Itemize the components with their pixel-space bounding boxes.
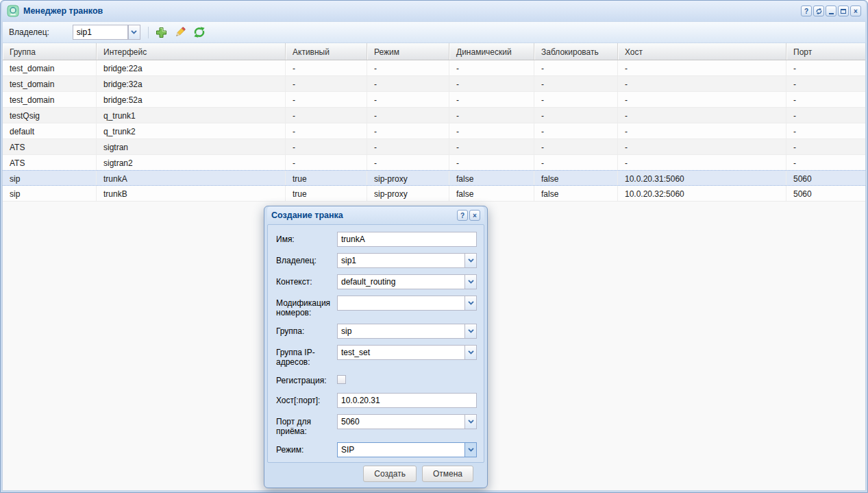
help-tool-button[interactable]: ?	[801, 5, 812, 16]
owner-combobox-trigger[interactable]	[128, 25, 140, 40]
chevron-down-icon	[468, 258, 474, 263]
create-button[interactable]: Создать	[363, 466, 417, 482]
group-trigger[interactable]	[464, 324, 477, 339]
dialog-help-tool-button[interactable]: ?	[457, 210, 468, 221]
table-cell: -	[286, 108, 367, 123]
context-input[interactable]	[337, 274, 464, 289]
window-title: Менеджер транков	[23, 6, 103, 16]
maximize-icon	[841, 9, 846, 14]
listen-port-field-wrap	[337, 414, 477, 436]
context-row: Контекст:	[276, 274, 477, 289]
table-cell: -	[286, 139, 367, 154]
table-cell: q_trunk1	[97, 108, 286, 123]
listen-port-combobox	[337, 414, 477, 429]
column-header[interactable]: Хост	[618, 43, 786, 60]
table-row[interactable]: testQsigq_trunk1------	[3, 108, 865, 123]
table-cell: -	[534, 76, 618, 91]
name-input[interactable]	[337, 232, 477, 247]
ip-group-input[interactable]	[337, 345, 464, 360]
pencil-icon	[174, 26, 186, 38]
table-row[interactable]: ATSsigtran------	[3, 139, 865, 155]
help-icon: ?	[460, 211, 464, 220]
table-cell: -	[618, 76, 786, 91]
table-row[interactable]: ATSsigtran2------	[3, 155, 865, 171]
maximize-tool-button[interactable]	[838, 5, 849, 16]
table-cell: false	[449, 186, 534, 201]
table-cell: -	[618, 123, 786, 139]
number-modification-input[interactable]	[337, 296, 464, 311]
owner-label: Владелец:	[276, 253, 337, 268]
dialog-titlebar[interactable]: Создание транка ? ×	[267, 206, 484, 224]
table-cell: -	[786, 123, 866, 139]
chevron-down-icon	[468, 448, 474, 452]
table-row[interactable]: siptrunkAtruesip-proxyfalsefalse10.0.20.…	[3, 170, 865, 186]
column-header[interactable]: Группа	[3, 43, 97, 60]
name-row: Имя:	[276, 232, 477, 247]
minimize-tool-button[interactable]	[826, 5, 836, 16]
table-cell: -	[618, 155, 786, 170]
table-cell: -	[367, 155, 449, 170]
refresh-button[interactable]	[192, 25, 208, 40]
table-cell: -	[367, 139, 449, 154]
column-header[interactable]: Порт	[786, 43, 866, 60]
context-label: Контекст:	[276, 274, 337, 289]
table-cell: -	[449, 108, 534, 123]
owner-trigger[interactable]	[464, 253, 477, 268]
listen-port-trigger[interactable]	[464, 414, 477, 429]
chevron-down-icon	[468, 301, 474, 305]
table-row[interactable]: test_domainbridge:32a------	[3, 76, 865, 92]
mode-trigger[interactable]	[464, 442, 477, 457]
table-cell: -	[367, 108, 449, 123]
column-header[interactable]: Режим	[367, 43, 449, 60]
table-cell: -	[786, 155, 866, 170]
listen-port-input[interactable]	[337, 414, 464, 429]
owner-combobox-input[interactable]	[73, 25, 128, 40]
table-cell: -	[786, 60, 866, 75]
column-header[interactable]: Интерфейс	[97, 43, 286, 60]
table-row[interactable]: test_domainbridge:52a------	[3, 92, 865, 108]
context-combobox	[337, 274, 477, 289]
column-header[interactable]: Активный	[286, 43, 367, 60]
table-cell: -	[286, 123, 367, 139]
context-trigger[interactable]	[464, 274, 477, 289]
chevron-down-icon	[468, 420, 474, 424]
mode-input[interactable]	[337, 442, 464, 457]
table-row[interactable]: siptrunkBtruesip-proxyfalsefalse10.0.20.…	[3, 186, 865, 202]
number-modification-trigger[interactable]	[464, 296, 477, 311]
edit-trunk-button[interactable]	[173, 25, 188, 40]
host-port-input[interactable]	[337, 393, 477, 408]
refresh-tool-button[interactable]	[813, 5, 824, 16]
table-cell: -	[618, 108, 786, 123]
table-cell: 5060	[786, 171, 866, 185]
number-modification-row: Модификация номеров:	[276, 296, 477, 317]
column-header[interactable]: Заблокировать	[534, 43, 618, 60]
owner-combobox[interactable]	[73, 25, 140, 40]
table-cell: -	[618, 92, 786, 107]
owner-label: Владелец:	[9, 27, 49, 37]
registration-checkbox[interactable]	[337, 375, 346, 384]
close-tool-button[interactable]: ×	[850, 5, 861, 16]
table-cell: false	[534, 171, 618, 185]
table-row[interactable]: defaultq_trunk2------	[3, 123, 865, 139]
context-field-wrap	[337, 274, 477, 289]
table-cell: test_domain	[3, 76, 97, 91]
window-titlebar[interactable]: Менеджер транков ? ×	[2, 1, 866, 21]
dialog-close-tool-button[interactable]: ×	[469, 210, 480, 221]
table-cell: -	[286, 92, 367, 107]
table-row[interactable]: test_domainbridge:22a------	[3, 60, 865, 76]
table-cell: q_trunk2	[97, 123, 286, 139]
add-trunk-button[interactable]	[153, 25, 169, 40]
owner-input[interactable]	[337, 253, 464, 268]
table-cell: -	[449, 155, 534, 170]
ip-group-trigger[interactable]	[464, 345, 477, 360]
column-header[interactable]: Динамический	[449, 43, 534, 60]
mode-combobox	[337, 442, 477, 457]
table-cell: -	[286, 76, 367, 91]
table-cell: -	[618, 139, 786, 154]
group-input[interactable]	[337, 324, 464, 339]
app-icon	[7, 5, 19, 17]
table-cell: -	[286, 155, 367, 170]
name-label: Имя:	[276, 232, 337, 247]
cancel-button[interactable]: Отмена	[422, 466, 473, 482]
table-cell: -	[367, 76, 449, 91]
